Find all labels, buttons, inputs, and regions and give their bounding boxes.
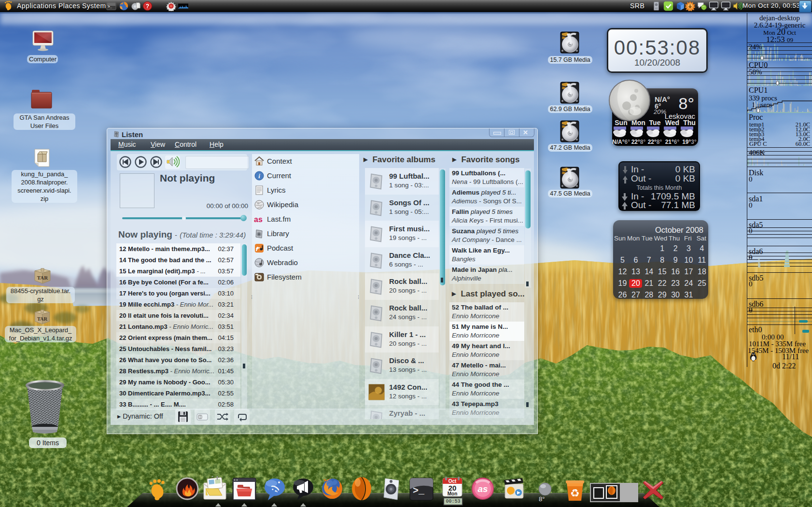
- svg-text:?: ?: [146, 3, 149, 10]
- svg-text:as: as: [477, 484, 488, 494]
- svg-text:>_: >_: [108, 4, 112, 9]
- svg-text:as: as: [254, 215, 263, 224]
- svg-text:Mon: Mon: [448, 491, 458, 496]
- svg-text:Oct: Oct: [448, 479, 457, 484]
- svg-text:TAR: TAR: [37, 316, 48, 322]
- svg-text:TAR: TAR: [37, 275, 48, 281]
- svg-text:>_: >_: [413, 485, 425, 496]
- svg-text:♻: ♻: [570, 487, 580, 499]
- svg-text:i: i: [258, 172, 260, 180]
